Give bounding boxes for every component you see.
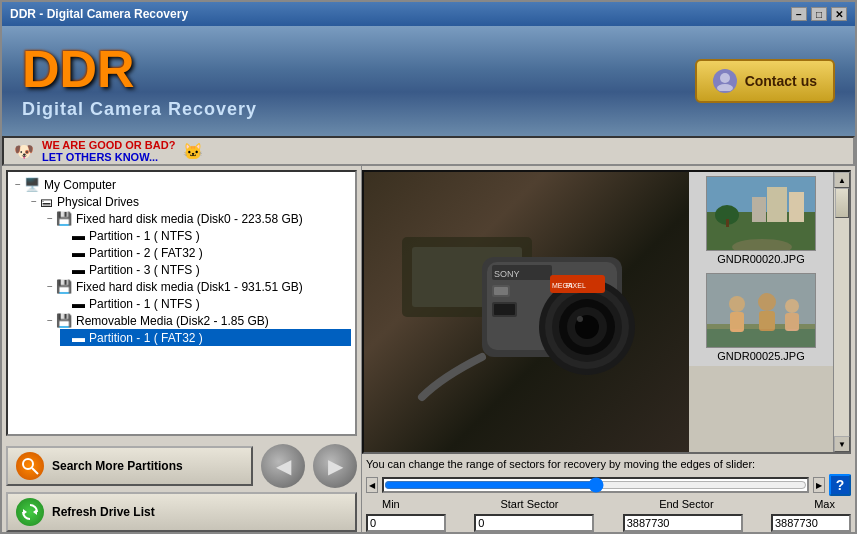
- slider-inputs: [366, 514, 851, 532]
- disk0-p1-label: Partition - 1 ( NTFS ): [89, 229, 200, 243]
- tree-disk0-p1[interactable]: ▬ Partition - 1 ( NTFS ): [60, 227, 351, 244]
- expand-disk2: −: [44, 315, 56, 326]
- contact-icon: [713, 69, 737, 93]
- tree-disk0[interactable]: − 💾 Fixed hard disk media (Disk0 - 223.5…: [44, 210, 351, 227]
- svg-rect-34: [726, 219, 729, 227]
- disk2-p1-label: Partition - 1 ( FAT32 ): [89, 331, 203, 345]
- rating-line2: LET OTHERS KNOW...: [42, 151, 175, 163]
- minimize-button[interactable]: −: [791, 7, 807, 21]
- contact-label: Contact us: [745, 73, 817, 89]
- tree-physical-drives[interactable]: − 🖴 Physical Drives: [28, 193, 351, 210]
- tree-disk2[interactable]: − 💾 Removable Media (Disk2 - 1.85 GB): [44, 312, 351, 329]
- max-value-input[interactable]: [771, 514, 851, 532]
- slider-container: ◀ ▶ ?: [366, 474, 851, 496]
- partition-icon-d0p1: ▬: [72, 228, 85, 243]
- min-input-group: [366, 514, 446, 532]
- partition-icon-d0p3: ▬: [72, 262, 85, 277]
- right-panel: SONY MEGA PIXEL: [362, 166, 855, 534]
- close-button[interactable]: ✕: [831, 7, 847, 21]
- tree-root-label: My Computer: [44, 178, 116, 192]
- maximize-button[interactable]: □: [811, 7, 827, 21]
- refresh-drives-label: Refresh Drive List: [52, 505, 155, 519]
- thumbnail-item-0[interactable]: GNDR00020.JPG: [689, 172, 833, 269]
- thumbnail-image-0: [706, 176, 816, 251]
- main-content: − 🖥️ My Computer − 🖴 Physical Drives − 💾…: [2, 166, 855, 534]
- preview-area: SONY MEGA PIXEL: [362, 170, 851, 454]
- min-value-input[interactable]: [366, 514, 446, 532]
- disk0-p2-label: Partition - 2 ( FAT32 ): [89, 246, 203, 260]
- thumbnail-item-1[interactable]: GNDR00025.JPG: [689, 269, 833, 366]
- slider-left-arrow[interactable]: ◀: [366, 477, 378, 493]
- slider-area: You can change the range of sectors for …: [362, 454, 855, 534]
- thumbnail-scrollbar[interactable]: ▲ ▼: [833, 172, 849, 452]
- sector-slider[interactable]: [384, 479, 807, 491]
- left-bottom: Search More Partitions ◀ ▶: [2, 440, 361, 534]
- partition-icon-d1p1: ▬: [72, 296, 85, 311]
- drives-icon: 🖴: [40, 194, 53, 209]
- thumbnail-label-1: GNDR00025.JPG: [717, 350, 804, 362]
- end-sector-input[interactable]: [623, 514, 743, 532]
- min-label: Min: [382, 498, 400, 510]
- refresh-drives-button[interactable]: Refresh Drive List: [6, 492, 357, 532]
- svg-rect-44: [707, 274, 816, 329]
- physical-drives-label: Physical Drives: [57, 195, 139, 209]
- expand-icon: −: [12, 179, 24, 190]
- disk0-label: Fixed hard disk media (Disk0 - 223.58 GB…: [76, 212, 303, 226]
- disk1-p1-label: Partition - 1 ( NTFS ): [89, 297, 200, 311]
- scroll-track[interactable]: [834, 188, 849, 436]
- tree-disk1-p1[interactable]: ▬ Partition - 1 ( NTFS ): [60, 295, 351, 312]
- tree-view[interactable]: − 🖥️ My Computer − 🖴 Physical Drives − 💾…: [6, 170, 357, 436]
- thumbnail-image-1: [706, 273, 816, 348]
- slider-right-arrow[interactable]: ▶: [813, 477, 825, 493]
- svg-rect-23: [494, 287, 508, 295]
- tree-disk0-p2[interactable]: ▬ Partition - 2 ( FAT32 ): [60, 244, 351, 261]
- tree-root[interactable]: − 🖥️ My Computer: [12, 176, 351, 193]
- disk-icon-0: 💾: [56, 211, 72, 226]
- slider-track[interactable]: [382, 477, 809, 493]
- svg-point-2: [23, 459, 33, 469]
- search-partitions-button[interactable]: Search More Partitions: [6, 446, 253, 486]
- start-sector-input[interactable]: [474, 514, 594, 532]
- svg-marker-4: [33, 509, 37, 515]
- slider-labels: Min Start Sector End Sector Max: [366, 498, 851, 510]
- search-partitions-label: Search More Partitions: [52, 459, 183, 473]
- svg-rect-32: [752, 197, 766, 222]
- svg-rect-30: [767, 187, 787, 222]
- expand-disk1: −: [44, 281, 56, 292]
- scroll-up-button[interactable]: ▲: [834, 172, 850, 188]
- tree-disk2-p1[interactable]: ▬ Partition - 1 ( FAT32 ): [60, 329, 351, 346]
- next-icon: ▶: [328, 454, 343, 478]
- max-input-group: [771, 514, 851, 532]
- left-panel: − 🖥️ My Computer − 🖴 Physical Drives − 💾…: [2, 166, 362, 534]
- svg-point-0: [720, 73, 730, 83]
- header: DDR Digital Camera Recovery Contact us: [2, 26, 855, 136]
- disk-icon-2: 💾: [56, 313, 72, 328]
- tree-disk0-p3[interactable]: ▬ Partition - 3 ( NTFS ): [60, 261, 351, 278]
- expand-icon-pd: −: [28, 196, 40, 207]
- contact-button[interactable]: Contact us: [695, 59, 835, 103]
- svg-marker-5: [23, 509, 27, 515]
- svg-rect-31: [789, 192, 804, 222]
- next-button[interactable]: ▶: [313, 444, 357, 488]
- search-icon: [16, 452, 44, 480]
- rating-line1: WE ARE GOOD OR BAD?: [42, 139, 175, 151]
- rating-icon-left: 🐶: [14, 142, 34, 161]
- start-sector-label: Start Sector: [500, 498, 558, 510]
- scroll-down-button[interactable]: ▼: [834, 436, 850, 452]
- prev-button[interactable]: ◀: [261, 444, 305, 488]
- help-button[interactable]: ?: [829, 474, 851, 496]
- disk2-label: Removable Media (Disk2 - 1.85 GB): [76, 314, 269, 328]
- tree-disk1[interactable]: − 💾 Fixed hard disk media (Disk1 - 931.5…: [44, 278, 351, 295]
- main-preview: SONY MEGA PIXEL: [364, 172, 689, 452]
- prev-icon: ◀: [276, 454, 291, 478]
- max-label: Max: [814, 498, 835, 510]
- app-logo: DDR: [22, 43, 257, 95]
- header-left: DDR Digital Camera Recovery: [22, 43, 257, 120]
- app-subtitle: Digital Camera Recovery: [22, 99, 257, 120]
- scroll-thumb[interactable]: [835, 188, 849, 218]
- disk-icon-1: 💾: [56, 279, 72, 294]
- partition-icon-d2p1: ▬: [72, 330, 85, 345]
- thumbnail-panel: GNDR00020.JPG: [689, 172, 849, 452]
- end-sector-group: [623, 514, 743, 532]
- svg-point-1: [717, 84, 733, 91]
